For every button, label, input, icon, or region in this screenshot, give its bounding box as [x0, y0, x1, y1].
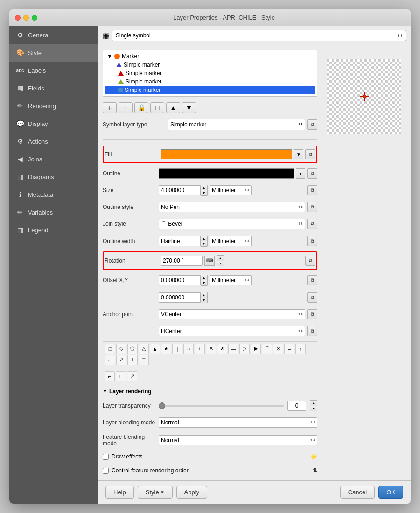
sym-icon-star[interactable]: ★: [161, 344, 171, 354]
draw-effects-checkbox[interactable]: [103, 454, 109, 460]
sym-icon-tee[interactable]: ⊤: [127, 355, 138, 365]
sym-icon-circle[interactable]: ○: [183, 344, 194, 354]
control-order-checkbox[interactable]: [103, 468, 109, 474]
sym-icon-arrow-right[interactable]: ▷: [239, 344, 250, 354]
close-button[interactable]: [15, 15, 21, 21]
outline-width-down-button[interactable]: ▼: [201, 241, 207, 246]
sidebar-item-joins[interactable]: ◀ Joins: [9, 150, 98, 168]
blending-mode-select[interactable]: Normal Multiply Screen: [159, 417, 317, 428]
sym-icon-dash[interactable]: –: [284, 344, 294, 354]
size-down-button[interactable]: ▼: [201, 190, 207, 195]
sym-icon-quarter[interactable]: ↗: [116, 355, 126, 365]
sym-icon-cross[interactable]: ✕: [206, 344, 216, 354]
offset-y-down-button[interactable]: ▼: [201, 298, 207, 303]
sidebar-item-rendering[interactable]: ✏ Rendering: [9, 97, 98, 115]
outline-style-select[interactable]: No Pen: [159, 202, 305, 212]
join-style-select[interactable]: ⌒ Bevel: [159, 219, 305, 229]
sym-icon-diag[interactable]: ↗: [127, 371, 137, 381]
sym-icon-x[interactable]: ✗: [217, 344, 227, 354]
sym-icon-arc[interactable]: ⌒: [262, 344, 272, 354]
offset-x-input[interactable]: [159, 275, 201, 285]
outline-width-copy-button[interactable]: ⧉: [307, 236, 317, 246]
maximize-button[interactable]: [32, 15, 37, 21]
move-down-button[interactable]: ▼: [182, 102, 196, 113]
offset-x-copy-button[interactable]: ⧉: [307, 275, 317, 285]
outline-style-copy-button[interactable]: ⧉: [307, 202, 317, 212]
sidebar-item-style[interactable]: 🎨 Style: [9, 44, 98, 62]
sym-icon-halfcircle[interactable]: ⌓: [105, 355, 115, 365]
transparency-down[interactable]: ▼: [310, 406, 317, 411]
sym-icon-plus[interactable]: +: [195, 344, 205, 354]
sidebar-item-fields[interactable]: ▦ Fields: [9, 79, 98, 97]
tree-item-simple-marker-2[interactable]: Simple marker: [105, 69, 315, 77]
sidebar-item-legend[interactable]: ▦ Legend: [9, 221, 98, 239]
rotation-expression-button[interactable]: ⌨: [204, 256, 215, 266]
anchor-h-copy-button[interactable]: ⧉: [307, 326, 317, 336]
remove-layer-button[interactable]: −: [119, 102, 133, 113]
fill-dropdown-button[interactable]: ▼: [294, 149, 303, 159]
size-unit-select[interactable]: Millimeter: [210, 185, 252, 195]
size-input[interactable]: [159, 185, 201, 195]
sym-icon-bracket[interactable]: ⌐: [105, 371, 115, 381]
sym-icon-vertical-line[interactable]: |: [172, 344, 182, 354]
symbol-type-copy-button[interactable]: ⧉: [307, 119, 317, 130]
transparency-slider[interactable]: [159, 405, 284, 407]
offset-y-up-button[interactable]: ▲: [201, 292, 207, 298]
offset-unit-select[interactable]: Millimeter: [210, 275, 252, 285]
anchor-h-select[interactable]: HCenter: [159, 326, 305, 336]
offset-y-copy-button[interactable]: ⧉: [307, 292, 317, 303]
minimize-button[interactable]: [23, 15, 29, 21]
ok-button[interactable]: OK: [378, 486, 403, 499]
outline-copy-button[interactable]: ⧉: [307, 168, 317, 179]
outline-color-swatch[interactable]: [159, 168, 294, 179]
help-button[interactable]: Help: [105, 486, 134, 499]
rotation-down-button[interactable]: ▼: [217, 261, 224, 266]
sym-icon-arrow-right-filled[interactable]: ▶: [251, 344, 261, 354]
fill-copy-button[interactable]: ⧉: [305, 149, 315, 159]
tree-item-simple-marker-1[interactable]: Simple marker: [105, 61, 315, 69]
sym-icon-angle[interactable]: ∟: [116, 371, 126, 381]
sidebar-item-variables[interactable]: ✏ Variables: [9, 203, 98, 221]
outline-dropdown-button[interactable]: ▼: [296, 168, 305, 179]
rendering-toggle-icon[interactable]: ▼: [103, 388, 107, 394]
style-button[interactable]: Style ▼: [138, 486, 173, 499]
sym-icon-anchor[interactable]: ⌶: [139, 355, 149, 365]
tree-item-simple-marker-3[interactable]: Simple marker: [105, 77, 315, 86]
rotation-input[interactable]: [161, 256, 203, 266]
feature-blending-select[interactable]: Normal Multiply Screen: [159, 435, 317, 445]
tree-item-simple-marker-4[interactable]: Simple marker: [105, 86, 315, 94]
size-up-button[interactable]: ▲: [201, 185, 207, 190]
outline-width-input[interactable]: [159, 236, 201, 246]
anchor-v-copy-button[interactable]: ⧉: [307, 309, 317, 319]
sidebar-item-actions[interactable]: ⚙ Actions: [9, 132, 98, 150]
move-up-button[interactable]: ▲: [166, 102, 180, 113]
outline-width-unit-select[interactable]: Millimeter: [210, 236, 252, 246]
sym-icon-circle2[interactable]: ⊙: [273, 344, 283, 354]
join-style-copy-button[interactable]: ⧉: [307, 219, 317, 229]
anchor-v-select[interactable]: VCenter: [159, 309, 305, 319]
sym-icon-arrow[interactable]: ↑: [295, 344, 306, 354]
sym-icon-square[interactable]: □: [105, 344, 115, 354]
fill-color-swatch[interactable]: [161, 149, 292, 159]
lock-layer-button[interactable]: 🔒: [134, 102, 148, 113]
sidebar-item-diagrams[interactable]: ▦ Diagrams: [9, 168, 98, 186]
symbol-type-select[interactable]: Simple marker: [168, 119, 305, 130]
rotation-up-button[interactable]: ▲: [217, 256, 224, 261]
add-layer-button[interactable]: +: [103, 102, 117, 113]
outline-width-up-button[interactable]: ▲: [201, 236, 207, 241]
cancel-button[interactable]: Cancel: [340, 486, 375, 499]
sym-icon-line[interactable]: —: [228, 344, 238, 354]
sym-icon-triangle[interactable]: △: [139, 344, 149, 354]
apply-button[interactable]: Apply: [176, 486, 208, 499]
sidebar-item-metadata[interactable]: ℹ Metadata: [9, 186, 98, 203]
sym-icon-pentagon[interactable]: ⬠: [127, 344, 138, 354]
rotation-copy-button[interactable]: ⧉: [305, 256, 315, 266]
sym-icon-diamond[interactable]: ◇: [116, 344, 126, 354]
offset-x-up-button[interactable]: ▲: [201, 275, 207, 280]
transparency-up[interactable]: ▲: [310, 401, 317, 406]
sidebar-item-general[interactable]: ⚙ General: [9, 26, 98, 44]
duplicate-layer-button[interactable]: □: [150, 102, 164, 113]
size-copy-button[interactable]: ⧉: [307, 185, 317, 195]
tree-item-marker[interactable]: ▼ Marker: [105, 52, 315, 61]
rendering-mode-select[interactable]: Single symbol: [112, 30, 406, 41]
